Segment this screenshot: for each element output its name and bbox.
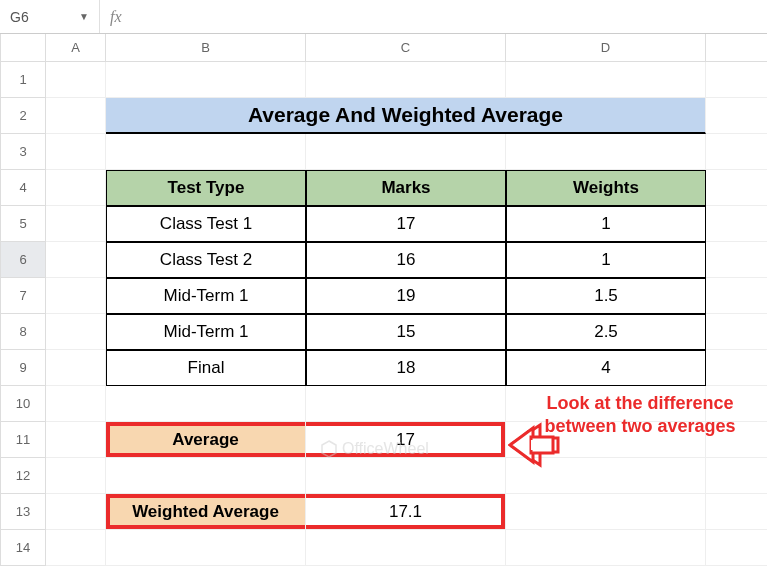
cell-d13[interactable] <box>506 494 706 530</box>
cell-a14[interactable] <box>46 530 106 566</box>
cell-b14[interactable] <box>106 530 306 566</box>
row-header-5[interactable]: 5 <box>1 206 46 242</box>
cell-a1[interactable] <box>46 62 106 98</box>
table-cell[interactable]: Mid-Term 1 <box>106 314 306 350</box>
cell-e5[interactable] <box>706 206 767 242</box>
table-cell[interactable]: 1.5 <box>506 278 706 314</box>
table-cell[interactable]: Final <box>106 350 306 386</box>
col-header-c[interactable]: C <box>306 34 506 62</box>
title-cell[interactable]: Average And Weighted Average <box>106 98 706 134</box>
svg-marker-5 <box>322 441 336 457</box>
row-header-6[interactable]: 6 <box>1 242 46 278</box>
cell-b3[interactable] <box>106 134 306 170</box>
table-cell[interactable]: 16 <box>306 242 506 278</box>
title-text: Average And Weighted Average <box>106 103 705 127</box>
cell-c3[interactable] <box>306 134 506 170</box>
row-header-7[interactable]: 7 <box>1 278 46 314</box>
table-cell[interactable]: 18 <box>306 350 506 386</box>
col-header-a[interactable]: A <box>46 34 106 62</box>
header-marks[interactable]: Marks <box>306 170 506 206</box>
cell-c12[interactable] <box>306 458 506 494</box>
cell-a2[interactable] <box>46 98 106 134</box>
col-header-d[interactable]: D <box>506 34 706 62</box>
cell-b12[interactable] <box>106 458 306 494</box>
fx-area[interactable]: fx <box>100 0 132 33</box>
callout-text: Look at the difference between two avera… <box>540 392 740 439</box>
cell-c1[interactable] <box>306 62 506 98</box>
cell-d3[interactable] <box>506 134 706 170</box>
row-header-9[interactable]: 9 <box>1 350 46 386</box>
cell-a8[interactable] <box>46 314 106 350</box>
cell-a10[interactable] <box>46 386 106 422</box>
cell-e8[interactable] <box>706 314 767 350</box>
cell-b10[interactable] <box>106 386 306 422</box>
cell-a12[interactable] <box>46 458 106 494</box>
fx-icon: fx <box>110 8 122 26</box>
cell-e13[interactable] <box>706 494 767 530</box>
table-cell[interactable]: 19 <box>306 278 506 314</box>
row-header-2[interactable]: 2 <box>1 98 46 134</box>
header-weights[interactable]: Weights <box>506 170 706 206</box>
row-header-14[interactable]: 14 <box>1 530 46 566</box>
row-header-4[interactable]: 4 <box>1 170 46 206</box>
table-cell[interactable]: 1 <box>506 206 706 242</box>
weighted-average-value[interactable]: 17.1 <box>306 494 506 530</box>
watermark-icon <box>320 440 338 458</box>
weighted-average-label[interactable]: Weighted Average <box>106 494 306 530</box>
cell-a11[interactable] <box>46 422 106 458</box>
header-test-type[interactable]: Test Type <box>106 170 306 206</box>
cell-c14[interactable] <box>306 530 506 566</box>
name-box-value: G6 <box>10 9 29 25</box>
table-cell[interactable]: Class Test 2 <box>106 242 306 278</box>
table-cell[interactable]: 4 <box>506 350 706 386</box>
row-header-3[interactable]: 3 <box>1 134 46 170</box>
row-header-1[interactable]: 1 <box>1 62 46 98</box>
table-cell[interactable]: Mid-Term 1 <box>106 278 306 314</box>
cell-a3[interactable] <box>46 134 106 170</box>
cell-e4[interactable] <box>706 170 767 206</box>
cell-a4[interactable] <box>46 170 106 206</box>
cell-d1[interactable] <box>506 62 706 98</box>
row-header-8[interactable]: 8 <box>1 314 46 350</box>
cell-e14[interactable] <box>706 530 767 566</box>
cell-a9[interactable] <box>46 350 106 386</box>
table-cell[interactable]: Class Test 1 <box>106 206 306 242</box>
cell-a13[interactable] <box>46 494 106 530</box>
cell-a7[interactable] <box>46 278 106 314</box>
cell-e2[interactable] <box>706 98 767 134</box>
table-cell[interactable]: 15 <box>306 314 506 350</box>
select-all-corner[interactable] <box>1 34 46 62</box>
row-header-10[interactable]: 10 <box>1 386 46 422</box>
cell-a5[interactable] <box>46 206 106 242</box>
name-box[interactable]: G6 ▼ <box>0 0 100 33</box>
cell-b1[interactable] <box>106 62 306 98</box>
cell-e1[interactable] <box>706 62 767 98</box>
spreadsheet-grid: A B C D 1 2 Average And Weighted Average… <box>0 34 767 566</box>
cell-c10[interactable] <box>306 386 506 422</box>
cell-a6[interactable] <box>46 242 106 278</box>
cell-e9[interactable] <box>706 350 767 386</box>
svg-rect-4 <box>531 440 536 450</box>
cell-e7[interactable] <box>706 278 767 314</box>
formula-bar: G6 ▼ fx <box>0 0 767 34</box>
cell-e12[interactable] <box>706 458 767 494</box>
table-cell[interactable]: 1 <box>506 242 706 278</box>
row-header-13[interactable]: 13 <box>1 494 46 530</box>
row-header-12[interactable]: 12 <box>1 458 46 494</box>
cell-e6[interactable] <box>706 242 767 278</box>
cell-e3[interactable] <box>706 134 767 170</box>
average-label[interactable]: Average <box>106 422 306 458</box>
watermark: OfficeWheel <box>320 440 429 458</box>
col-header-b[interactable]: B <box>106 34 306 62</box>
col-header-extra[interactable] <box>706 34 767 62</box>
watermark-text: OfficeWheel <box>342 440 429 458</box>
row-header-11[interactable]: 11 <box>1 422 46 458</box>
table-cell[interactable]: 17 <box>306 206 506 242</box>
table-cell[interactable]: 2.5 <box>506 314 706 350</box>
dropdown-icon: ▼ <box>79 11 89 22</box>
cell-d14[interactable] <box>506 530 706 566</box>
